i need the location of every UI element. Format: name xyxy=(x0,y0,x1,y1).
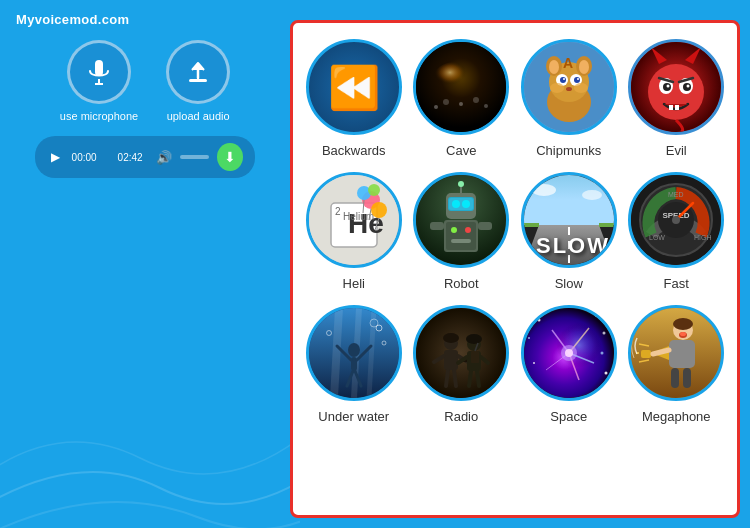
audio-player: ▶ 00:00 02:42 🔊 ⬇ xyxy=(35,136,255,178)
effect-robot[interactable]: Robot xyxy=(413,172,511,291)
effect-chipmunks[interactable]: A Chipmunks xyxy=(520,39,618,158)
effect-slow-label: Slow xyxy=(555,276,583,291)
effect-backwards-label: Backwards xyxy=(322,143,386,158)
effect-evil-circle xyxy=(628,39,724,135)
megaphone-svg xyxy=(631,308,721,398)
svg-point-24 xyxy=(577,78,579,80)
svg-point-83 xyxy=(672,216,680,224)
effect-megaphone-label: Megaphone xyxy=(642,409,711,424)
effect-robot-label: Robot xyxy=(444,276,479,291)
effect-slow[interactable]: SLOW Slow xyxy=(520,172,618,291)
svg-rect-70 xyxy=(524,175,614,225)
svg-text:LOW: LOW xyxy=(649,234,665,241)
svg-rect-103 xyxy=(444,350,458,370)
effect-radio-circle xyxy=(413,305,509,401)
effect-fast-label: Fast xyxy=(664,276,689,291)
svg-point-25 xyxy=(566,87,572,91)
svg-point-11 xyxy=(484,104,488,108)
svg-point-22 xyxy=(574,77,580,83)
svg-rect-76 xyxy=(599,223,614,227)
chipmunks-svg: A xyxy=(524,42,614,132)
svg-point-9 xyxy=(459,102,463,106)
upload-label: upload audio xyxy=(167,110,230,122)
svg-rect-146 xyxy=(683,368,691,388)
svg-point-6 xyxy=(434,62,474,92)
effect-evil-label: Evil xyxy=(666,143,687,158)
effect-space-label: Space xyxy=(550,409,587,424)
radio-svg xyxy=(416,308,506,398)
background-decoration xyxy=(0,328,300,528)
input-controls-row: use microphone upload audio xyxy=(60,40,230,122)
svg-point-101 xyxy=(416,308,506,398)
svg-line-88 xyxy=(334,308,339,398)
left-panel: use microphone upload audio ▶ 00:00 02:4… xyxy=(30,40,260,178)
microphone-button[interactable] xyxy=(67,40,131,104)
svg-line-107 xyxy=(454,370,456,386)
fast-svg: SPEED LOW HIGH MED xyxy=(631,175,721,265)
slow-svg: SLOW xyxy=(524,175,614,265)
effect-cave[interactable]: Cave xyxy=(413,39,511,158)
svg-rect-4 xyxy=(189,79,207,82)
underwater-svg xyxy=(309,308,399,398)
svg-point-72 xyxy=(582,190,602,200)
effect-heli[interactable]: He Helium 2 Heli xyxy=(305,172,403,291)
effect-megaphone-circle xyxy=(628,305,724,401)
svg-point-115 xyxy=(443,333,459,343)
robot-svg xyxy=(416,175,506,265)
download-button[interactable]: ⬇ xyxy=(217,143,243,171)
svg-point-32 xyxy=(648,64,704,120)
effects-panel: ⏪ Backwards xyxy=(290,20,740,518)
svg-point-91 xyxy=(348,343,360,357)
svg-point-7 xyxy=(434,105,438,109)
effect-cave-circle xyxy=(413,39,509,135)
effect-underwater[interactable]: Under water xyxy=(305,305,403,424)
svg-line-106 xyxy=(446,370,448,386)
effect-megaphone[interactable]: Megaphone xyxy=(628,305,726,424)
svg-point-137 xyxy=(673,318,693,330)
svg-rect-138 xyxy=(669,340,695,368)
svg-rect-57 xyxy=(446,222,476,250)
effect-chipmunks-circle: A xyxy=(521,39,617,135)
svg-rect-145 xyxy=(671,368,679,388)
evil-svg xyxy=(631,42,721,132)
svg-point-18 xyxy=(579,60,589,74)
svg-point-134 xyxy=(565,349,573,357)
svg-point-126 xyxy=(528,337,530,339)
svg-text:HIGH: HIGH xyxy=(694,234,712,241)
svg-marker-41 xyxy=(669,105,673,110)
svg-point-123 xyxy=(602,332,605,335)
effect-chipmunks-label: Chipmunks xyxy=(536,143,601,158)
svg-point-148 xyxy=(680,332,686,336)
effect-space-circle xyxy=(521,305,617,401)
effect-fast[interactable]: SPEED LOW HIGH MED Fast xyxy=(628,172,726,291)
volume-icon[interactable]: 🔊 xyxy=(156,150,172,165)
svg-point-116 xyxy=(466,334,482,344)
branding-text: Myvoicemod.com xyxy=(16,12,129,27)
svg-point-124 xyxy=(533,362,535,364)
svg-rect-0 xyxy=(95,60,103,76)
effects-grid: ⏪ Backwards xyxy=(305,39,725,424)
effect-space[interactable]: Space xyxy=(520,305,618,424)
heli-svg: He Helium 2 xyxy=(309,175,399,265)
effect-radio[interactable]: Radio xyxy=(413,305,511,424)
effect-backwards[interactable]: ⏪ Backwards xyxy=(305,39,403,158)
svg-point-59 xyxy=(465,227,471,233)
svg-point-38 xyxy=(687,85,690,88)
microphone-label: use microphone xyxy=(60,110,138,122)
effect-underwater-circle xyxy=(306,305,402,401)
current-time: 00:00 xyxy=(72,152,102,163)
microphone-icon xyxy=(85,58,113,86)
svg-rect-60 xyxy=(451,239,471,243)
play-button[interactable]: ▶ xyxy=(47,148,64,166)
effect-evil[interactable]: Evil xyxy=(628,39,726,158)
svg-point-26 xyxy=(550,83,564,93)
microphone-control: use microphone xyxy=(60,40,138,122)
svg-rect-69 xyxy=(478,222,492,230)
svg-rect-68 xyxy=(430,222,444,230)
svg-point-23 xyxy=(563,78,565,80)
backwards-icon: ⏪ xyxy=(328,63,380,112)
svg-rect-140 xyxy=(641,350,651,358)
upload-button[interactable] xyxy=(166,40,230,104)
volume-slider[interactable] xyxy=(180,155,210,159)
svg-rect-117 xyxy=(471,351,479,363)
